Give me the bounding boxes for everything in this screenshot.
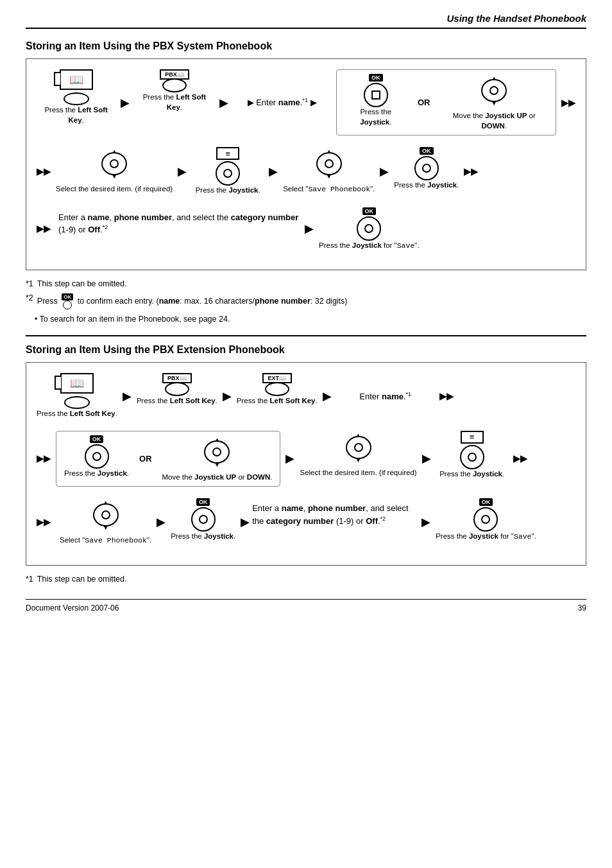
s2-ok-save-badge: OK (479, 498, 493, 506)
section1-row2: ▶▶ ▲ ▼ Select the desired item. (if requ… (34, 147, 578, 196)
s2-arrow3: ▶ (320, 389, 334, 403)
arrow3: ▶ (175, 164, 189, 178)
arrow-dbl2: ▶▶ (34, 166, 53, 177)
section2: Storing an Item Using the PBX Extension … (26, 335, 586, 584)
s2-or-label: OR (135, 454, 156, 464)
ok-badge2: OK (420, 147, 434, 155)
or-label: OR (414, 98, 434, 107)
pbx-oval (162, 78, 187, 92)
phonebook-btn-label: Press the Left Soft Key. (37, 105, 115, 125)
section1-title: Storing an Item Using the PBX System Pho… (26, 40, 586, 52)
section2-row1: 📖 Press the Left Soft Key. ▶ PBX📖 Press … (34, 373, 578, 419)
s2-pbx-label: Press the Left Soft Key. (137, 396, 217, 406)
arrow6: ▶ (302, 221, 316, 236)
updown-joystick-label1: Move the Joystick UP or DOWN. (440, 111, 548, 131)
s2-phonebook-label: Press the Left Soft Key. (37, 409, 117, 419)
s2-arrow-dbl4: ▶▶ (34, 517, 53, 527)
s2-phonebook-cell: 📖 Press the Left Soft Key. (34, 373, 120, 419)
s2-ok-badge2: OK (196, 498, 210, 506)
s2-menu-icon: ≡ (460, 431, 484, 469)
s2-menu-label: Press the Joystick. (439, 469, 504, 480)
bullet1: • To search for an item in the Phonebook… (35, 315, 586, 324)
updown-joystick-cell1: ▲ ▼ Move the Joystick UP or DOWN. (438, 74, 550, 131)
s2-enter-name-cell: Enter name.*1 (334, 391, 437, 401)
s2-arrow8: ▶ (419, 515, 433, 529)
footer-version: Document Version 2007-06 (26, 603, 119, 612)
s2-pbx-top: PBX📖 (162, 373, 192, 383)
section2-diagram: 📖 Press the Left Soft Key. ▶ PBX📖 Press … (26, 362, 586, 566)
s2-phonebook-icon: 📖 (60, 373, 94, 409)
s2-bracket-group: OK Press the Joystick. OR ▲ ▼ (56, 431, 280, 487)
s2-updown-icon: ▲ ▼ (202, 435, 232, 469)
s2-arrow-dbl2: ▶▶ (34, 453, 53, 464)
s2-note1-text: This step can be omitted. (37, 575, 127, 584)
save-pb-label: Select "Save Phonebook". (283, 184, 375, 195)
select-item-cell: ▲ ▼ Select the desired item. (if require… (53, 147, 175, 195)
ok-save-icon: OK (357, 207, 381, 241)
s2-ok-save-icon: OK (473, 498, 498, 532)
s2-note1: *1 This step can be omitted. (26, 575, 586, 584)
arrow-dbl1: ▶▶ (559, 98, 578, 108)
ok-icon2: OK (414, 147, 439, 180)
menu-icon: ≡ (216, 147, 240, 186)
s2-pbx-cell: PBX📖 Press the Left Soft Key. (134, 373, 220, 406)
ok-save-cell: OK Press the Joystick for "Save". (316, 207, 422, 251)
ok-cell2: OK Press the Joystick. (391, 147, 461, 191)
s2-arrow4: ▶ (283, 451, 297, 465)
section2-row2: ▶▶ OK Press the Joystick. OR (34, 431, 578, 487)
menu-cell: ≡ Press the Joystick. (189, 147, 266, 196)
section2-title: Storing an Item Using the PBX Extension … (26, 335, 586, 356)
s2-ext-icon: EXT📖 (262, 373, 292, 396)
s2-select-cell: ▲ ▼ Select the desired item. (if require… (297, 431, 419, 478)
s2-arrow1: ▶ (120, 389, 134, 403)
arrow2: ▶ (217, 96, 231, 110)
phonebook-icon: 📖 (60, 69, 93, 105)
save-pb-icon: ▲ ▼ (314, 147, 344, 180)
phonebook-btn-cell: 📖 Press the Left Soft Key. (34, 69, 118, 125)
s2-savepb-label: Select "Save Phonebook". (60, 535, 151, 546)
s2-ok-icon2: OK (191, 498, 216, 532)
pbx-icon: PBX📖 (160, 69, 189, 92)
arrow4: ▶ (266, 164, 280, 178)
s2-arrow6: ▶ (154, 515, 168, 529)
s2-arrow-dbl3: ▶▶ (511, 453, 530, 464)
arrow-dbl4: ▶▶ (34, 223, 53, 234)
s2-savepb-icon: ▲ ▼ (91, 498, 121, 532)
s2-ok-joystick-cell: OK Press the Joystick. (62, 435, 132, 479)
s2-ok-badge: OK (90, 435, 104, 443)
section1: Storing an Item Using the PBX System Pho… (26, 40, 586, 324)
menu-label: Press the Joystick. (196, 186, 260, 196)
s2-arrow5: ▶ (420, 451, 434, 465)
pbx-top-bar: PBX📖 (160, 69, 189, 80)
bracket-group: OK Press the Joystick. OR ▲ ▼ (336, 69, 556, 135)
note2: *2 Press OK to confirm each entry. (name… (26, 293, 586, 309)
note2-id: *2 (26, 293, 33, 302)
note1-text: This step can be omitted. (37, 279, 127, 288)
s2-savepb-cell: ▲ ▼ Select "Save Phonebook". (57, 498, 154, 546)
s2-pbx-oval (165, 382, 189, 396)
arrow1: ▶ (118, 96, 132, 110)
s2-ok-cell2: OK Press the Joystick. (168, 498, 238, 542)
note1-id: *1 (26, 279, 33, 288)
s2-ok-joystick-icon: OK (85, 435, 109, 469)
page-footer: Document Version 2007-06 39 (26, 599, 586, 612)
ok-joystick-label: Press the Joystick. (344, 107, 407, 127)
menu-top-bar: ≡ (216, 147, 239, 160)
s2-ext-top: EXT📖 (262, 373, 292, 383)
note2-text: Press OK to confirm each entry. (name: m… (37, 293, 348, 309)
s2-arrow7: ▶ (238, 515, 252, 529)
enter-name-label: ▶ Enter name.*1 ▶ (248, 97, 317, 107)
s2-select-icon: ▲ ▼ (344, 431, 373, 464)
ok-badge: OK (369, 74, 383, 82)
save-pb-cell: ▲ ▼ Select "Save Phonebook". (280, 147, 377, 195)
ok-joystick-icon: OK (364, 74, 388, 107)
section1-notes: *1 This step can be omitted. *2 Press OK… (26, 279, 586, 324)
s2-ok-label2: Press the Joystick. (171, 532, 235, 542)
note1: *1 This step can be omitted. (26, 279, 586, 288)
ok-label2: Press the Joystick. (394, 180, 459, 191)
s2-menu-cell: ≡ Press the Joystick. (434, 431, 511, 480)
s2-ok-joystick-label: Press the Joystick. (64, 469, 129, 479)
ok-save-label: Press the Joystick for "Save". (319, 241, 420, 251)
pbx-btn-cell: PBX📖 Press the Left Soft Key. (132, 69, 216, 112)
ok-inline-icon: OK (62, 293, 73, 309)
